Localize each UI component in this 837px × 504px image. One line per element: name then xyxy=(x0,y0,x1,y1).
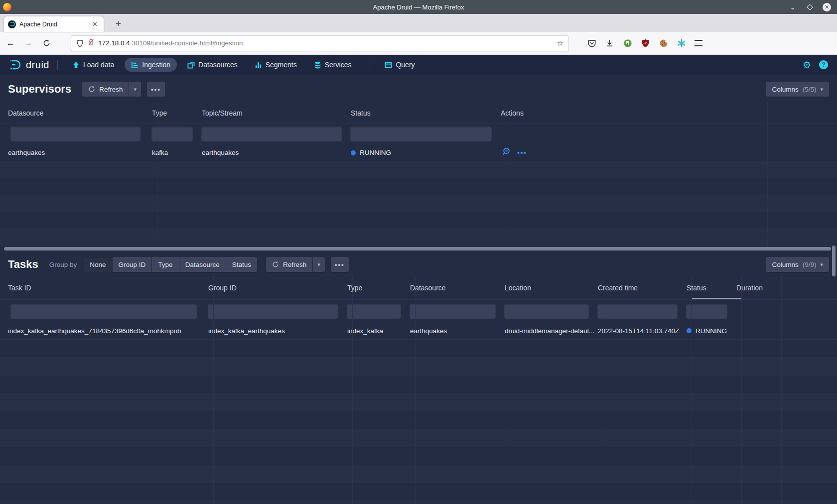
column-header[interactable]: Created time xyxy=(595,284,684,292)
filter-topic-input[interactable] xyxy=(201,126,342,141)
nav-label: Services xyxy=(325,61,352,69)
nav-segments[interactable]: Segments xyxy=(248,58,303,72)
maximize-icon[interactable] xyxy=(807,4,813,10)
column-header[interactable]: Duration xyxy=(733,284,773,292)
column-header[interactable]: Type xyxy=(344,284,407,292)
nav-label: Segments xyxy=(266,61,297,69)
filter-datasource-input[interactable] xyxy=(10,126,140,141)
empty-row xyxy=(0,178,837,195)
filter-created-time-input[interactable] xyxy=(597,304,678,319)
ublock-icon[interactable]: uO xyxy=(641,38,650,48)
tasks-columns-button[interactable]: Columns (9/9) ▾ xyxy=(766,257,829,272)
supervisors-refresh-dropdown[interactable]: ▾ xyxy=(129,82,141,97)
filter-datasource-input[interactable] xyxy=(410,304,496,319)
segments-icon xyxy=(255,61,262,69)
supervisor-status: RUNNING xyxy=(348,149,498,156)
chevron-down-icon: ▾ xyxy=(317,261,320,268)
group-by-group-id-button[interactable]: Group ID xyxy=(113,257,152,272)
tasks-refresh-dropdown[interactable]: ▾ xyxy=(313,257,325,272)
empty-row xyxy=(0,465,837,483)
back-icon[interactable]: ← xyxy=(3,36,18,51)
status-dot-icon xyxy=(351,150,356,155)
tasks-header-row: Task ID Group ID Type Datasource Locatio… xyxy=(0,276,837,300)
tasks-refresh-button[interactable]: Refresh xyxy=(266,257,312,272)
extension-green-icon[interactable] xyxy=(623,38,632,48)
settings-gear-icon[interactable]: ⚙ xyxy=(803,59,811,71)
new-tab-button[interactable]: + xyxy=(112,17,125,32)
columns-label: Columns xyxy=(772,86,798,93)
nav-label: Load data xyxy=(83,61,114,69)
nav-query[interactable]: Query xyxy=(378,58,421,72)
lock-slash-icon[interactable] xyxy=(88,38,94,48)
detail-magnify-icon[interactable] xyxy=(502,147,510,158)
task-datasource: earthquakes xyxy=(407,327,502,335)
druid-brand[interactable]: druid xyxy=(9,58,49,71)
supervisors-columns-button[interactable]: Columns (5/5) ▾ xyxy=(766,82,829,97)
sort-indicator xyxy=(692,298,741,299)
refresh-icon xyxy=(88,86,95,93)
supervisors-more-button[interactable]: ••• xyxy=(147,82,165,97)
task-row[interactable]: index_kafka_earthquakes_7184357396d6c0a_… xyxy=(0,322,837,340)
tasks-header: Tasks Group by None Group ID Type Dataso… xyxy=(0,251,837,276)
load-data-icon xyxy=(72,61,80,69)
column-header[interactable]: Topic/Stream xyxy=(199,109,348,117)
group-by-datasource-button[interactable]: Datasource xyxy=(179,257,226,272)
empty-row xyxy=(0,212,837,229)
empty-row xyxy=(0,161,837,178)
group-by-label: Group by xyxy=(49,261,77,268)
nav-load-data[interactable]: Load data xyxy=(66,58,121,72)
group-by-type-button[interactable]: Type xyxy=(152,257,178,272)
pocket-icon[interactable] xyxy=(587,38,596,48)
column-header[interactable]: Task ID xyxy=(0,284,205,292)
column-header[interactable]: Group ID xyxy=(205,284,344,292)
column-header[interactable]: Status xyxy=(348,109,498,117)
column-header[interactable]: Datasource xyxy=(0,109,149,117)
nav-ingestion[interactable]: Ingestion xyxy=(125,58,177,72)
group-by-status-button[interactable]: Status xyxy=(226,257,257,272)
row-more-icon[interactable]: ••• xyxy=(517,149,527,157)
reload-icon[interactable] xyxy=(39,36,54,51)
tab-close-icon[interactable]: ✕ xyxy=(90,20,100,28)
shield-icon[interactable] xyxy=(76,39,84,47)
tab-apache-druid[interactable]: Apache Druid ✕ xyxy=(4,16,104,32)
url-text[interactable]: 172.18.0.4:30109/unified-console.html#in… xyxy=(98,39,553,47)
downloads-icon[interactable] xyxy=(605,38,614,48)
url-bar[interactable]: 172.18.0.4:30109/unified-console.html#in… xyxy=(71,35,569,51)
minimize-icon[interactable]: ⌄ xyxy=(789,3,797,11)
filter-task-id-input[interactable] xyxy=(10,304,197,319)
task-type: index_kafka xyxy=(344,327,407,335)
column-header-sorted[interactable]: Status xyxy=(684,284,733,292)
tasks-more-button[interactable]: ••• xyxy=(331,257,349,272)
nav-services[interactable]: Services xyxy=(307,58,358,72)
bookmark-star-icon[interactable]: ☆ xyxy=(557,39,563,48)
group-by-none-button[interactable]: None xyxy=(84,257,112,272)
services-icon xyxy=(314,61,321,69)
filter-status-input[interactable] xyxy=(350,126,492,141)
column-header[interactable]: Location xyxy=(502,284,595,292)
filter-group-id-input[interactable] xyxy=(208,304,338,319)
columns-count: (9/9) xyxy=(803,261,817,268)
nav-datasources[interactable]: Datasources xyxy=(181,58,244,72)
column-header[interactable]: Datasource xyxy=(407,284,502,292)
column-header[interactable]: Actions xyxy=(498,109,759,117)
refresh-label: Refresh xyxy=(283,261,306,268)
filter-type-input[interactable] xyxy=(347,304,401,319)
menu-icon[interactable] xyxy=(695,40,702,46)
empty-row xyxy=(0,229,837,246)
url-host: 172.18.0.4 xyxy=(98,39,130,47)
filter-status-input[interactable] xyxy=(686,304,727,319)
tab-bar: Apache Druid ✕ + xyxy=(0,14,837,32)
help-icon[interactable]: ? xyxy=(819,60,828,69)
horizontal-scrollbar[interactable] xyxy=(4,247,833,251)
supervisors-refresh-button[interactable]: Refresh xyxy=(82,82,129,97)
asterisk-extension-icon[interactable] xyxy=(677,38,686,48)
cookie-icon[interactable] xyxy=(659,38,668,48)
empty-row xyxy=(0,411,837,429)
datasources-icon xyxy=(187,61,195,69)
empty-row xyxy=(0,340,837,358)
column-header[interactable]: Type xyxy=(149,109,199,117)
supervisor-row[interactable]: earthquakes kafka earthquakes RUNNING ••… xyxy=(0,144,837,161)
filter-type-input[interactable] xyxy=(151,126,193,141)
close-icon[interactable]: ✕ xyxy=(823,3,831,11)
filter-location-input[interactable] xyxy=(504,304,589,319)
